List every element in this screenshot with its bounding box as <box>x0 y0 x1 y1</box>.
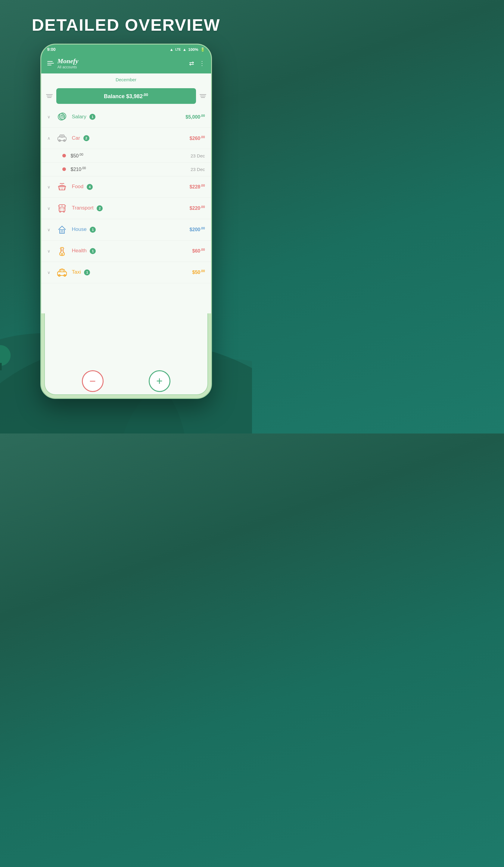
bottom-actions: − + <box>41 370 211 392</box>
chevron-salary: ∨ <box>47 114 53 119</box>
balance-row: Balance $3,982.00 <box>41 86 211 106</box>
taxi-badge: 1 <box>84 269 90 276</box>
car-sub-item-2[interactable]: $210.00 23 Dec <box>41 162 211 176</box>
house-name: House 1 <box>72 226 190 233</box>
month-selector[interactable]: December <box>41 74 211 86</box>
lte-icon: LTE <box>175 48 181 51</box>
svg-rect-24 <box>60 208 61 209</box>
health-badge: 1 <box>90 248 96 254</box>
svg-rect-13 <box>61 136 63 137</box>
app-branding: Monefy All accounts <box>57 57 78 69</box>
svg-rect-27 <box>61 231 63 233</box>
transport-name: Transport 2 <box>72 205 190 211</box>
categories-list: ∨ $ Salary 1 $5,000.00 ∧ <box>41 106 211 313</box>
svg-point-3 <box>0 345 11 366</box>
app-name: Monefy <box>57 57 78 65</box>
car-name: Car 2 <box>72 135 190 141</box>
food-amount: $228.00 <box>190 184 205 190</box>
svg-text:TAXI: TAXI <box>61 268 63 270</box>
menu-icon[interactable] <box>47 61 54 65</box>
battery-label: 100% <box>188 47 198 52</box>
wifi-icon: ▲ <box>170 47 173 52</box>
car-amount: $260.00 <box>190 135 205 141</box>
status-time: 9:00 <box>47 47 56 52</box>
sub-amount-2: $210.00 <box>71 166 191 172</box>
category-row-food[interactable]: ∨ Food 4 $228.00 <box>41 176 211 198</box>
taxi-name: Taxi 1 <box>72 269 192 276</box>
sub-dot-1 <box>62 154 66 158</box>
filter-left-icon[interactable] <box>46 94 53 98</box>
status-right: ▲ LTE ▲ 100% 🔋 <box>170 47 205 52</box>
transport-icon <box>56 202 68 215</box>
car-icon <box>56 132 68 144</box>
svg-rect-25 <box>63 208 64 209</box>
health-name: Health 1 <box>72 248 192 254</box>
more-icon[interactable]: ⋮ <box>199 60 205 67</box>
transfer-icon[interactable]: ⇄ <box>189 60 194 67</box>
taxi-amount: $50.00 <box>192 269 205 275</box>
sub-dot-2 <box>62 167 66 171</box>
salary-amount: $5,000.00 <box>185 114 205 120</box>
sub-date-1: 23 Dec <box>191 153 205 158</box>
header-left: Monefy All accounts <box>47 57 78 69</box>
chevron-car: ∧ <box>47 136 53 141</box>
health-amount: $60.00 <box>192 248 205 254</box>
signal-icon: ▲ <box>182 47 186 52</box>
balance-button[interactable]: Balance $3,982.00 <box>56 88 196 104</box>
category-row-car[interactable]: ∧ Car 2 $260.00 <box>41 128 211 149</box>
balance-label: Balance $3,982 <box>104 93 143 99</box>
house-amount: $200.00 <box>190 226 205 233</box>
food-badge: 4 <box>87 184 93 190</box>
sub-date-2: 23 Dec <box>191 167 205 172</box>
health-icon <box>56 245 68 257</box>
category-row-salary[interactable]: ∨ $ Salary 1 $5,000.00 <box>41 106 211 128</box>
house-badge: 1 <box>90 227 96 233</box>
chevron-food: ∨ <box>47 184 53 189</box>
sub-amount-1: $50.00 <box>71 153 191 159</box>
header-actions: ⇄ ⋮ <box>189 60 205 67</box>
car-badge: 2 <box>83 135 89 141</box>
category-row-taxi[interactable]: ∨ TAXI Taxi 1 $50.00 <box>41 262 211 283</box>
phone-frame: 9:00 ▲ LTE ▲ 100% 🔋 Monefy All accounts … <box>40 44 212 399</box>
transport-amount: $220.00 <box>190 205 205 211</box>
category-row-transport[interactable]: ∨ Transport 2 $220.00 <box>41 198 211 219</box>
chevron-transport: ∨ <box>47 206 53 211</box>
app-subtitle: All accounts <box>57 65 78 69</box>
car-sub-item-1[interactable]: $50.00 23 Dec <box>41 149 211 162</box>
svg-text:$: $ <box>61 116 63 118</box>
food-icon <box>56 181 68 193</box>
svg-rect-4 <box>0 363 2 370</box>
chevron-health: ∨ <box>47 249 53 254</box>
chevron-house: ∨ <box>47 227 53 232</box>
salary-badge: 1 <box>89 114 95 120</box>
subtract-button[interactable]: − <box>82 370 104 392</box>
battery-icon: 🔋 <box>200 47 205 52</box>
food-name: Food 4 <box>72 184 190 190</box>
filter-right-icon[interactable] <box>200 94 206 98</box>
category-row-health[interactable]: ∨ Health 1 $60.00 <box>41 240 211 262</box>
salary-icon: $ <box>56 110 68 123</box>
chevron-taxi: ∨ <box>47 270 53 275</box>
app-header: Monefy All accounts ⇄ ⋮ <box>41 54 211 74</box>
transport-badge: 2 <box>97 205 103 211</box>
salary-name: Salary 1 <box>72 114 186 120</box>
balance-cents: .00 <box>143 93 148 97</box>
svg-rect-26 <box>60 230 64 233</box>
svg-point-31 <box>61 253 63 255</box>
page-title: DETAILED OVERVIEW <box>32 15 220 35</box>
house-icon <box>56 223 68 236</box>
taxi-icon: TAXI <box>56 266 68 279</box>
category-row-house[interactable]: ∨ House 1 $200.00 <box>41 219 211 240</box>
status-bar: 9:00 ▲ LTE ▲ 100% 🔋 <box>41 45 211 54</box>
add-button[interactable]: + <box>149 370 170 392</box>
